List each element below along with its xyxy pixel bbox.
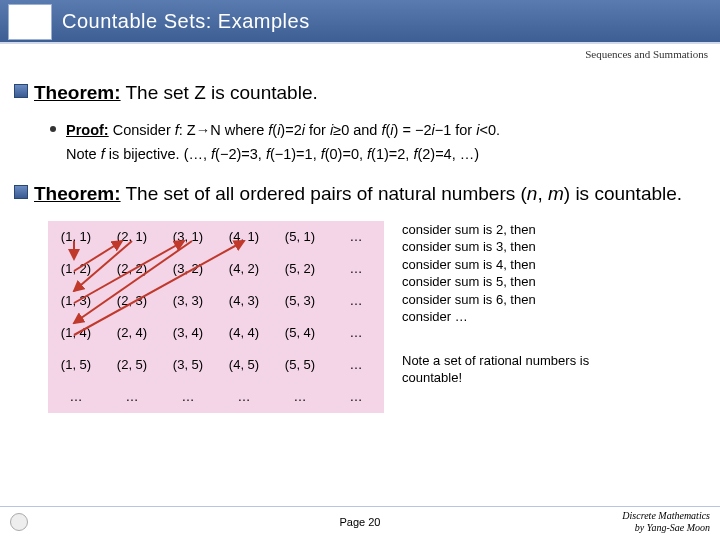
pair-cell: (3, 4) [160,317,216,349]
rationals-countable-note: Note a set of rational numbers is counta… [402,352,602,387]
section-subtitle: Sequences and Summations [585,48,708,60]
table-row: (1, 4)(2, 4)(3, 4)(4, 4)(5, 4)… [48,317,384,349]
theorem-2: Theorem: The set of all ordered pairs of… [14,181,706,207]
pair-cell: (1, 4) [48,317,104,349]
enumeration-note: consider sum is 2, then consider sum is … [402,221,602,326]
pair-cell: (1, 2) [48,253,104,285]
pair-cell: (3, 5) [160,349,216,381]
pair-cell: (2, 1) [104,221,160,253]
pair-cell: … [48,381,104,413]
pair-cell: (5, 5) [272,349,328,381]
title-bar: Countable Sets: Examples [0,0,720,44]
side-notes: consider sum is 2, then consider sum is … [402,221,602,413]
pair-cell: … [216,381,272,413]
pair-cell: … [328,221,384,253]
pair-cell: (4, 1) [216,221,272,253]
pair-cell: (5, 3) [272,285,328,317]
sub-bullet-icon [50,126,56,132]
slide-logo-icon [8,4,52,40]
pair-cell: … [160,381,216,413]
pair-cell: (5, 4) [272,317,328,349]
pair-cell: (4, 5) [216,349,272,381]
pair-cell: (1, 3) [48,285,104,317]
proof-1-text: Proof: Consider f: Z→N where f(i)=2i for… [66,118,500,167]
proof-1: Proof: Consider f: Z→N where f(i)=2i for… [50,118,706,167]
university-logo-icon [10,513,28,531]
table-row: (1, 1)(2, 1)(3, 1)(4, 1)(5, 1)… [48,221,384,253]
pair-cell: … [328,253,384,285]
footer-credit: Discrete Mathematics by Yang-Sae Moon [622,510,710,534]
pair-cell: (2, 3) [104,285,160,317]
footer: Page 20 Discrete Mathematics by Yang-Sae… [0,506,720,536]
pair-cell: (2, 2) [104,253,160,285]
pair-cell: (2, 5) [104,349,160,381]
pair-cell: … [328,381,384,413]
table-row: (1, 2)(2, 2)(3, 2)(4, 2)(5, 2)… [48,253,384,285]
pair-cell: (4, 2) [216,253,272,285]
pair-cell: … [328,349,384,381]
pair-cell: (2, 4) [104,317,160,349]
pair-cell: (5, 2) [272,253,328,285]
pair-cell: (1, 1) [48,221,104,253]
pair-cell: (1, 5) [48,349,104,381]
theorem-2-text: Theorem: The set of all ordered pairs of… [34,181,682,207]
table-row: (1, 3)(2, 3)(3, 3)(4, 3)(5, 3)… [48,285,384,317]
slide-title: Countable Sets: Examples [62,10,310,33]
pairs-section: (1, 1)(2, 1)(3, 1)(4, 1)(5, 1)…(1, 2)(2,… [14,221,706,413]
table-row: (1, 5)(2, 5)(3, 5)(4, 5)(5, 5)… [48,349,384,381]
pairs-table: (1, 1)(2, 1)(3, 1)(4, 1)(5, 1)…(1, 2)(2,… [48,221,384,413]
pair-cell: (5, 1) [272,221,328,253]
theorem-1-text: Theorem: The set Z is countable. [34,80,318,106]
table-row: ……………… [48,381,384,413]
pair-cell: (3, 2) [160,253,216,285]
pairs-grid-wrap: (1, 1)(2, 1)(3, 1)(4, 1)(5, 1)…(1, 2)(2,… [48,221,384,413]
slide-content: Theorem: The set Z is countable. Proof: … [0,44,720,413]
pair-cell: (4, 3) [216,285,272,317]
pair-cell: … [328,317,384,349]
bullet-icon [14,84,28,98]
pair-cell: (3, 3) [160,285,216,317]
pair-cell: … [272,381,328,413]
page-number: Page 20 [340,516,381,528]
theorem-1: Theorem: The set Z is countable. [14,80,706,106]
pair-cell: … [328,285,384,317]
pair-cell: (3, 1) [160,221,216,253]
bullet-icon [14,185,28,199]
pair-cell: … [104,381,160,413]
pair-cell: (4, 4) [216,317,272,349]
